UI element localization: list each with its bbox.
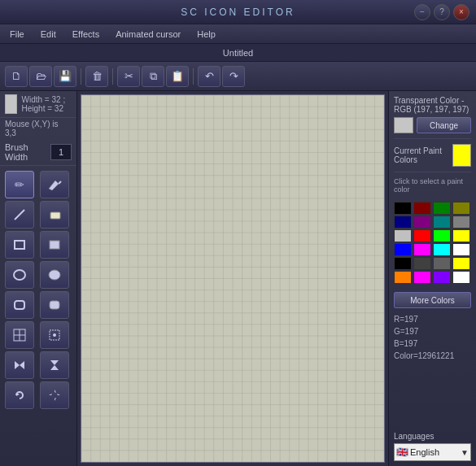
- languages-label: Languages: [394, 432, 471, 441]
- color-palette: [394, 202, 471, 284]
- mouse-coords: Mouse (X,Y) is 3,3: [0, 118, 76, 139]
- drawing-canvas[interactable]: [81, 95, 384, 462]
- pixel-canvas[interactable]: [81, 94, 385, 463]
- palette-cell-4[interactable]: [394, 216, 412, 229]
- palette-cell-17[interactable]: [413, 257, 431, 270]
- more-colors-button[interactable]: More Colors: [394, 292, 471, 308]
- menu-animated-cursor[interactable]: Animated cursor: [112, 28, 184, 41]
- app-title: SC ICON EDITOR: [181, 7, 295, 18]
- close-button[interactable]: ×: [453, 4, 469, 20]
- menu-edit[interactable]: Edit: [37, 28, 59, 41]
- palette-cell-0[interactable]: [394, 202, 412, 215]
- title-bar: SC ICON EDITOR − ? ×: [0, 0, 476, 24]
- transparent-color-swatch[interactable]: [394, 117, 413, 133]
- color-values: R=197 G=197 B=197 Color=12961221: [394, 313, 471, 362]
- document-tab[interactable]: Untitled: [223, 48, 253, 58]
- svg-marker-18: [16, 393, 20, 396]
- svg-rect-8: [50, 301, 59, 309]
- menu-effects[interactable]: Effects: [69, 28, 103, 41]
- rotate-tool[interactable]: [5, 381, 34, 409]
- color-b: B=197: [394, 338, 471, 350]
- help-button[interactable]: ?: [434, 4, 450, 20]
- current-paint-row: Current Paint Colors: [394, 144, 471, 167]
- current-paint-label: Current Paint Colors: [394, 146, 452, 164]
- language-selector[interactable]: 🇬🇧 English ▼: [394, 443, 471, 461]
- change-color-button[interactable]: Change: [417, 117, 471, 133]
- undo-button[interactable]: ↶: [198, 66, 221, 87]
- palette-cell-10[interactable]: [433, 229, 451, 242]
- color-r: R=197: [394, 313, 471, 325]
- palette-cell-2[interactable]: [433, 202, 451, 215]
- rounded-rect-fill-tool[interactable]: [40, 291, 69, 319]
- palette-cell-9[interactable]: [413, 229, 431, 242]
- palette-cell-6[interactable]: [433, 216, 451, 229]
- minimize-button[interactable]: −: [414, 4, 430, 20]
- palette-cell-8[interactable]: [394, 229, 412, 242]
- pencil-tool[interactable]: ✏: [5, 171, 34, 198]
- menu-file[interactable]: File: [7, 28, 28, 41]
- palette-cell-15[interactable]: [452, 243, 470, 256]
- copy-button[interactable]: ⧉: [142, 66, 164, 87]
- brush-width-label: Brush Width: [5, 142, 47, 162]
- svg-marker-17: [50, 365, 59, 370]
- menu-help[interactable]: Help: [194, 28, 219, 41]
- svg-marker-20: [55, 396, 56, 401]
- palette-cell-12[interactable]: [394, 243, 412, 256]
- palette-cell-14[interactable]: [433, 243, 451, 256]
- palette-cell-16[interactable]: [394, 257, 412, 270]
- delete-button[interactable]: 🗑: [85, 66, 108, 87]
- ellipse-outline-tool[interactable]: [5, 261, 34, 289]
- dropdown-arrow-icon: ▼: [461, 448, 469, 457]
- palette-cell-22[interactable]: [433, 271, 451, 284]
- svg-marker-14: [15, 361, 20, 369]
- palette-cell-1[interactable]: [413, 202, 431, 215]
- flip-h-tool[interactable]: [5, 351, 34, 379]
- click-select-label: Click to select a paint color: [394, 177, 471, 194]
- transparent-color-label: Transparent Color - RGB (197, 197, 197): [394, 96, 471, 114]
- redo-button[interactable]: ↷: [222, 66, 245, 87]
- palette-cell-20[interactable]: [394, 271, 412, 284]
- toolbar-separator-1: [81, 68, 81, 85]
- ellipse-fill-tool[interactable]: [40, 261, 69, 289]
- palette-cell-19[interactable]: [452, 257, 470, 270]
- color-g: G=197: [394, 325, 471, 338]
- palette-cell-11[interactable]: [452, 229, 470, 242]
- svg-rect-3: [15, 241, 24, 249]
- palette-cell-23[interactable]: [452, 271, 470, 284]
- brush-width-input[interactable]: [50, 144, 72, 160]
- lang-text: English: [410, 447, 459, 457]
- new-button[interactable]: 🗋: [5, 66, 28, 87]
- rounded-rect-outline-tool[interactable]: [5, 291, 34, 319]
- move-tool[interactable]: [40, 381, 69, 409]
- eraser-tool[interactable]: [40, 201, 69, 229]
- languages-section: Languages 🇬🇧 English ▼: [394, 432, 471, 461]
- cut-button[interactable]: ✂: [117, 66, 140, 87]
- palette-cell-18[interactable]: [433, 257, 451, 270]
- svg-marker-21: [49, 394, 54, 395]
- svg-marker-16: [50, 360, 59, 365]
- current-paint-swatch[interactable]: [452, 144, 471, 167]
- line-tool[interactable]: [5, 201, 34, 229]
- color-hex: Color=12961221: [394, 350, 471, 362]
- paste-button[interactable]: 📋: [166, 66, 189, 87]
- rect-fill-tool[interactable]: [40, 231, 69, 259]
- svg-rect-4: [50, 241, 59, 249]
- save-button[interactable]: 💾: [54, 66, 76, 87]
- brush-tool[interactable]: [40, 171, 69, 198]
- tab-bar: Untitled: [0, 44, 476, 62]
- palette-cell-21[interactable]: [413, 271, 431, 284]
- palette-cell-7[interactable]: [452, 216, 470, 229]
- right-panel: Transparent Color - RGB (197, 197, 197) …: [388, 91, 476, 466]
- select-tool[interactable]: [40, 321, 69, 349]
- toolbar-separator-2: [112, 68, 113, 85]
- palette-cell-5[interactable]: [413, 216, 431, 229]
- svg-line-1: [15, 210, 24, 220]
- palette-cell-3[interactable]: [452, 202, 470, 215]
- palette-cell-13[interactable]: [413, 243, 431, 256]
- open-button[interactable]: 🗁: [29, 66, 52, 87]
- flip-v-tool[interactable]: [40, 351, 69, 379]
- transparent-color-section: Transparent Color - RGB (197, 197, 197) …: [394, 96, 471, 139]
- rect-outline-tool[interactable]: [5, 231, 34, 259]
- grid-tool[interactable]: [5, 321, 34, 349]
- current-color-preview: [5, 94, 17, 114]
